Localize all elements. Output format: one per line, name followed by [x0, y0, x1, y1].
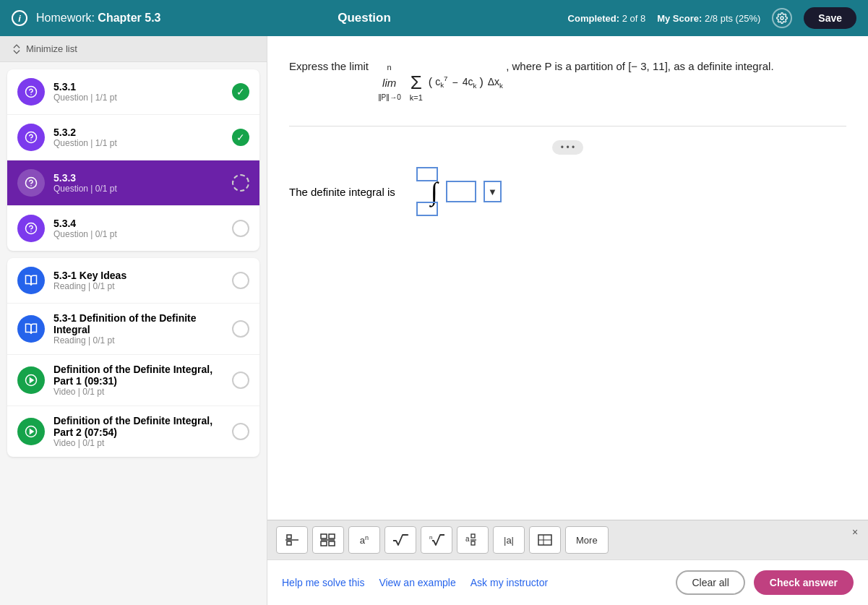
- settings-button[interactable]: [772, 8, 792, 28]
- q-content-532: 5.3.2 Question | 1/1 pt: [53, 126, 223, 148]
- expand-area: • • •: [289, 141, 846, 153]
- minimize-bar[interactable]: Minimize list: [0, 36, 267, 62]
- sidebar-item-video2[interactable]: Definition of the Definite Integral, Par…: [7, 406, 259, 457]
- q-status-532: ✓: [232, 129, 249, 146]
- ask-instructor-link[interactable]: Ask my instructor: [470, 577, 548, 588]
- q-content-534: 5.3.4 Question | 0/1 pt: [53, 218, 223, 239]
- content-area: Express the limit n lim ‖P‖→0 n Σ k=1: [267, 36, 868, 605]
- math-4ck: 4ck: [463, 74, 477, 91]
- check-circle-531: ✓: [232, 83, 249, 100]
- matrix-icon: [537, 533, 553, 546]
- q-title-video2: Definition of the Definite Integral, Par…: [53, 415, 223, 438]
- q-meta-531: Question | 1/1 pt: [53, 93, 223, 103]
- math-expression: n lim ‖P‖→0 n Σ k=1 ( ck7 − 4ck ): [378, 60, 503, 104]
- question-text: Express the limit n lim ‖P‖→0 n Σ k=1: [289, 58, 846, 104]
- toolbar-close-button[interactable]: ×: [848, 525, 862, 539]
- save-button[interactable]: Save: [804, 7, 856, 29]
- math-minus: −: [452, 74, 458, 90]
- svg-text:a: a: [465, 535, 470, 543]
- toolbar-matrix-button[interactable]: [529, 526, 561, 554]
- q-status-533: [232, 174, 249, 192]
- help-solve-link[interactable]: Help me solve this: [282, 577, 364, 588]
- q-icon-video2: [17, 418, 45, 445]
- svg-rect-16: [321, 534, 327, 539]
- empty-circle-533: [232, 174, 249, 192]
- lower-bound-box[interactable]: [416, 202, 438, 216]
- question-text-suffix: where P is a partition of [− 3, 11], as …: [512, 60, 774, 72]
- minimize-icon: [12, 44, 22, 54]
- question-text-prefix: Express the limit: [289, 60, 369, 72]
- completed-status: Completed: 2 of 8: [568, 13, 646, 24]
- sidebar-item-532[interactable]: 5.3.2 Question | 1/1 pt ✓: [7, 115, 259, 160]
- svg-marker-10: [30, 378, 34, 382]
- minimize-label: Minimize list: [26, 43, 77, 54]
- toolbar-fraction-button[interactable]: [276, 526, 308, 554]
- sidebar-item-video1[interactable]: Definition of the Definite Integral, Par…: [7, 355, 259, 406]
- toolbar-abs-button[interactable]: |a|: [493, 526, 525, 554]
- limit-condition: ‖P‖→0: [378, 92, 401, 103]
- header: i Homework: Chapter 5.3 Question Complet…: [0, 0, 868, 36]
- empty-circle-video1: [232, 372, 249, 389]
- answer-prefix: The definite integral is: [289, 186, 395, 198]
- dx-label: ▼: [488, 186, 497, 197]
- q-title-532: 5.3.2: [53, 126, 223, 138]
- toolbar-sqrt-button[interactable]: [384, 526, 416, 554]
- q-content-def-reading: 5.3-1 Definition of the Definite Integra…: [53, 312, 223, 346]
- clear-all-button[interactable]: Clear all: [676, 570, 744, 595]
- empty-circle-def-reading: [232, 320, 249, 338]
- fraction-icon: [284, 532, 300, 548]
- fraction2-icon: [320, 532, 336, 548]
- q-content-533: 5.3.3 Question | 0/1 pt: [53, 172, 223, 194]
- q-meta-532: Question | 1/1 pt: [53, 138, 223, 148]
- q-title-533: 5.3.3: [53, 172, 223, 184]
- integrand-input[interactable]: [446, 181, 476, 202]
- question-group: 5.3.1 Question | 1/1 pt ✓: [7, 69, 259, 251]
- sidebar-item-def-reading[interactable]: 5.3-1 Definition of the Definite Integra…: [7, 304, 259, 355]
- sigma-lower: k=1: [410, 92, 423, 105]
- svg-rect-15: [287, 541, 291, 545]
- sigma-block: n Σ k=1: [410, 60, 423, 104]
- q-icon-531: [17, 78, 45, 106]
- svg-rect-13: [287, 535, 291, 539]
- math-delta: Δxk: [488, 74, 503, 91]
- expand-button[interactable]: • • •: [552, 140, 583, 155]
- toolbar-mixed-num-button[interactable]: a: [457, 526, 489, 554]
- view-example-link[interactable]: View an example: [379, 577, 455, 588]
- q-title-key-ideas: 5.3-1 Key Ideas: [53, 270, 223, 281]
- q-status-key-ideas: [232, 272, 249, 289]
- toolbar-fraction2-button[interactable]: [312, 526, 344, 554]
- integral-sign: ∫: [431, 179, 438, 205]
- header-right: Completed: 2 of 8 My Score: 2/8 pts (25%…: [568, 7, 856, 29]
- sidebar-item-531[interactable]: 5.3.1 Question | 1/1 pt ✓: [7, 69, 259, 115]
- main-layout: Minimize list 5.3.1 Question | 1/1 pt: [0, 36, 868, 605]
- q-title-531: 5.3.1: [53, 81, 223, 93]
- check-answer-button[interactable]: Check answer: [754, 570, 854, 595]
- answer-area: The definite integral is ∫ ▼: [289, 167, 846, 216]
- other-group: 5.3-1 Key Ideas Reading | 0/1 pt: [7, 258, 259, 457]
- q-icon-video1: [17, 366, 45, 394]
- toolbar-superscript-button[interactable]: an: [348, 526, 380, 554]
- toolbar-nth-root-button[interactable]: n: [421, 526, 452, 554]
- q-icon-key-ideas: [17, 267, 45, 294]
- q-status-531: ✓: [232, 83, 249, 100]
- q-status-def-reading: [232, 320, 249, 338]
- q-meta-534: Question | 0/1 pt: [53, 229, 223, 239]
- q-title-534: 5.3.4: [53, 218, 223, 229]
- sidebar: Minimize list 5.3.1 Question | 1/1 pt: [0, 36, 267, 605]
- svg-rect-28: [538, 535, 551, 545]
- sidebar-item-534[interactable]: 5.3.4 Question | 0/1 pt: [7, 206, 259, 251]
- sidebar-item-533[interactable]: 5.3.3 Question | 0/1 pt: [7, 160, 259, 206]
- empty-circle-key-ideas: [232, 272, 249, 289]
- q-meta-def-reading: Reading | 0/1 pt: [53, 335, 223, 346]
- sqrt-icon: [392, 533, 408, 546]
- dx-dropdown[interactable]: ▼: [484, 181, 502, 202]
- q-status-video2: [232, 423, 249, 440]
- info-icon: i: [12, 10, 27, 26]
- divider: [289, 126, 846, 126]
- toolbar-more-button[interactable]: More: [565, 526, 609, 554]
- sidebar-item-key-ideas[interactable]: 5.3-1 Key Ideas Reading | 0/1 pt: [7, 258, 259, 304]
- mixed-num-icon: a: [465, 532, 481, 548]
- header-title: Homework: Chapter 5.3: [36, 12, 161, 25]
- bottom-right: Clear all Check answer: [676, 570, 854, 595]
- q-title-def-reading: 5.3-1 Definition of the Definite Integra…: [53, 312, 223, 335]
